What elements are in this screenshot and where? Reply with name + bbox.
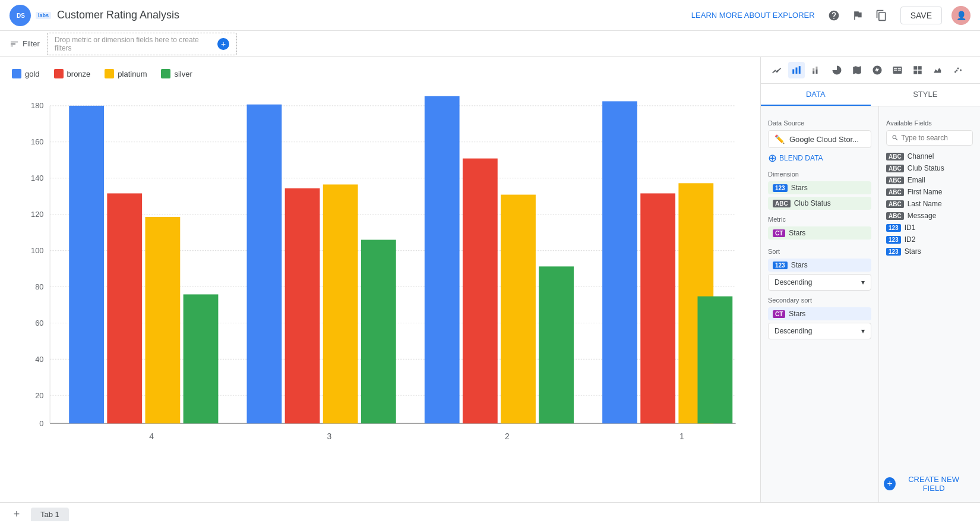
list-item[interactable]: ABC Last Name [886,198,973,210]
learn-more-link[interactable]: LEARN MORE ABOUT EXPLORER [691,11,815,20]
list-item[interactable]: ABC First Name [886,186,973,198]
legend-label-bronze: bronze [67,70,91,78]
list-item[interactable]: ABC Email [886,174,973,186]
pie-chart-icon[interactable] [829,62,845,78]
filter-bar: Filter Drop metric or dimension fields h… [0,31,980,57]
sort-field[interactable]: 123 Stars [768,259,871,272]
field-lastname: Last Name [908,200,942,208]
gauge-icon[interactable] [869,62,886,78]
line-chart-icon[interactable] [768,62,785,78]
search-input-wrapper[interactable] [886,130,973,146]
field-clubstatus: Club Status [908,164,944,172]
legend-color-platinum [105,69,114,78]
svg-point-37 [956,70,957,71]
legend-item-platinum: platinum [105,69,147,78]
secondary-sort-order-dropdown[interactable]: Descending ▾ [768,323,871,339]
svg-rect-28 [796,68,798,74]
badge-id1: 123 [886,224,901,232]
legend-label-silver: silver [174,70,192,78]
secondary-sort-field[interactable]: CT Stars [768,307,871,320]
field-email: Email [908,176,925,184]
help-icon[interactable] [824,6,843,25]
list-item[interactable]: ABC Club Status [886,162,973,174]
svg-text:120: 120 [31,210,43,219]
header: DS labs Customer Rating Analysis LEARN M… [0,0,980,31]
bar-3-bronze [285,188,320,424]
blend-data-link[interactable]: ⊕ BLEND DATA [768,152,871,165]
blend-data-label: BLEND DATA [779,154,823,162]
data-source-row[interactable]: ✏️ Google Cloud Stor... [768,130,871,148]
field-stars: Stars [905,247,921,256]
avatar: 👤 [951,6,970,25]
sort-order-dropdown[interactable]: Descending ▾ [768,274,871,291]
tab-1[interactable]: Tab 1 [31,508,69,521]
sort-label: Sort [768,248,871,255]
svg-text:0: 0 [39,419,43,428]
table-icon[interactable] [889,62,906,78]
dimension-field-clubstatus[interactable]: ABC Club Status [768,197,871,210]
list-item[interactable]: 123 ID2 [886,234,973,245]
svg-rect-30 [813,71,814,74]
copy-icon[interactable] [872,6,891,25]
badge-lastname: ABC [886,200,904,208]
secondary-sort-order-value: Descending [774,327,812,335]
panel-left: Data Source ✏️ Google Cloud Stor... ⊕ BL… [761,106,879,502]
svg-text:1: 1 [679,431,684,441]
svg-rect-29 [799,66,801,74]
dimension-label: Dimension [768,171,871,178]
create-field-label: CREATE NEW FIELD [899,475,968,493]
badge-firstname: ABC [886,188,904,196]
labs-badge: labs [36,12,51,19]
filter-text: Filter [23,39,40,48]
dimension-stars-label: Stars [791,184,808,192]
filter-label: Filter [10,39,40,49]
create-new-field-button[interactable]: + CREATE NEW FIELD [879,473,973,495]
panel-inner: Data Source ✏️ Google Cloud Stor... ⊕ BL… [761,106,980,502]
dimension-field-stars[interactable]: 123 Stars [768,181,871,194]
list-item[interactable]: ABC Channel [886,150,973,162]
badge-channel: ABC [886,153,904,160]
filter-add-button[interactable]: + [217,38,229,50]
area-chart-icon[interactable] [930,62,946,78]
available-fields-list: ABC Channel ABC Club Status ABC Email AB… [886,150,973,257]
bar-chart-icon[interactable] [788,62,805,78]
field-firstname: First Name [908,188,943,196]
list-item[interactable]: 123 ID1 [886,222,973,234]
legend-label-platinum: platinum [118,70,147,78]
list-item[interactable]: 123 Stars [886,245,973,257]
flag-icon[interactable] [848,6,867,25]
bar-3-gold [247,105,282,424]
legend-item-gold: gold [12,69,40,78]
svg-text:100: 100 [31,246,43,255]
map-icon[interactable] [849,62,865,78]
bar-chart-svg: 180 160 140 120 100 80 60 40 20 0 4 [12,90,748,464]
metric-field-stars[interactable]: CT Stars [768,226,871,240]
legend-item-silver: silver [161,69,192,78]
bar-1-silver [697,297,732,424]
scatter-chart-icon[interactable] [950,62,966,78]
svg-text:DS: DS [17,12,25,19]
svg-rect-27 [792,70,794,74]
filter-drop-area[interactable]: Drop metric or dimension fields here to … [47,33,237,55]
search-input[interactable] [901,134,968,142]
pivot-table-icon[interactable] [909,62,926,78]
field-channel: Channel [908,152,934,160]
badge-ct-stars: CT [773,229,785,237]
add-tab-button[interactable]: + [10,508,24,522]
badge-sort-123: 123 [773,262,788,269]
data-source-name: Google Cloud Stor... [789,135,859,144]
bottom-bar: + Tab 1 [0,502,980,526]
badge-id2: 123 [886,236,901,244]
dimension-clubstatus-label: Club Status [794,199,831,207]
badge-stars: 123 [886,248,901,256]
bar-1-bronze [640,193,675,423]
metric-label: Metric [768,216,871,223]
save-button[interactable]: SAVE [900,7,942,24]
tab-data[interactable]: DATA [761,84,871,106]
page-title: Customer Rating Analysis [57,9,179,21]
tab-style[interactable]: STYLE [871,84,981,106]
chart-area: gold bronze platinum silver [0,57,760,502]
list-item[interactable]: ABC Message [886,210,973,222]
stacked-bar-icon[interactable] [808,62,825,78]
sort-order-value: Descending [774,278,812,286]
